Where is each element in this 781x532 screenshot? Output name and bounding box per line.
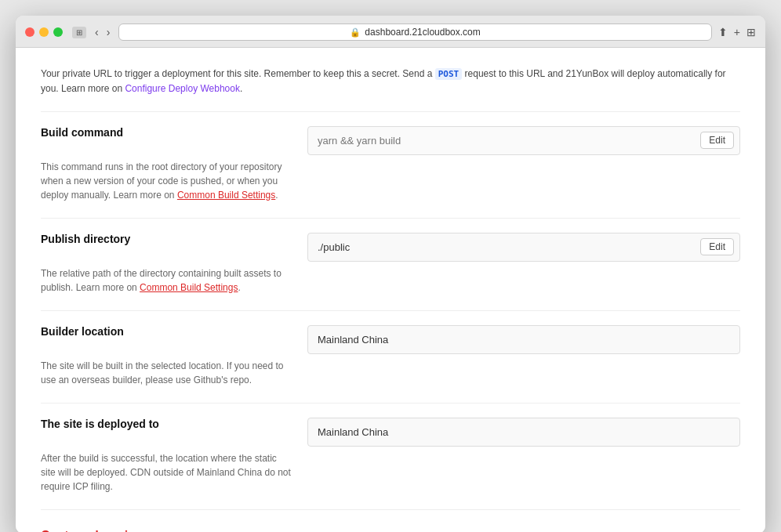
publish-directory-input[interactable] bbox=[307, 233, 740, 262]
builder-location-section: Builder location Mainland China The site… bbox=[41, 325, 740, 387]
traffic-lights bbox=[25, 27, 63, 37]
publish-directory-section: Publish directory Edit The relative path… bbox=[41, 233, 740, 295]
tabs-button[interactable]: ⊞ bbox=[746, 26, 756, 38]
build-command-input-area: Edit bbox=[307, 126, 740, 155]
address-bar[interactable]: 🔒 dashboard.21cloudbox.com bbox=[118, 24, 711, 41]
custom-domain-title: Custom domain bbox=[41, 529, 740, 533]
build-command-desc: This command runs in the root directory … bbox=[41, 160, 292, 202]
divider-5 bbox=[41, 509, 740, 510]
deployed-to-title: The site is deployed to bbox=[41, 418, 292, 430]
build-command-desc-row: This command runs in the root directory … bbox=[41, 160, 740, 202]
browser-actions: ⬆ + ⊞ bbox=[718, 26, 756, 38]
builder-location-desc: The site will be built in the selected l… bbox=[41, 359, 292, 387]
deployed-to-label-area: The site is deployed to bbox=[41, 418, 292, 433]
publish-common-settings-link[interactable]: Common Build Settings bbox=[140, 282, 238, 293]
page-content: Your private URL to trigger a deployment… bbox=[16, 48, 765, 532]
builder-location-input-area: Mainland China bbox=[307, 325, 740, 354]
browser-chrome: ⊞ ‹ › 🔒 dashboard.21cloudbox.com ⬆ + ⊞ bbox=[16, 16, 765, 48]
build-command-row: Build command Edit bbox=[41, 126, 740, 155]
configure-deploy-webhook-link[interactable]: Configure Deploy Webhook bbox=[125, 83, 240, 94]
publish-directory-label-area: Publish directory bbox=[41, 233, 292, 248]
back-button[interactable]: ‹ bbox=[93, 26, 101, 38]
top-notice: Your private URL to trigger a deployment… bbox=[41, 67, 740, 96]
deployed-to-desc-area: After the build is successful, the locat… bbox=[41, 451, 292, 494]
publish-directory-desc-area: The relative path of the directory conta… bbox=[41, 266, 292, 295]
new-tab-button[interactable]: + bbox=[734, 26, 740, 38]
publish-directory-desc: The relative path of the directory conta… bbox=[41, 266, 292, 295]
builder-location-row: Builder location Mainland China bbox=[41, 325, 740, 354]
publish-directory-row: Publish directory Edit bbox=[41, 233, 740, 262]
build-command-edit-button[interactable]: Edit bbox=[700, 132, 734, 149]
divider-3 bbox=[41, 310, 740, 311]
deployed-to-input-area: Mainland China bbox=[307, 418, 740, 447]
builder-location-desc-row: The site will be built in the selected l… bbox=[41, 359, 740, 387]
build-command-label-area: Build command bbox=[41, 126, 292, 142]
top-notice-text-before: Your private URL to trigger a deployment… bbox=[41, 68, 435, 79]
build-command-desc-area: This command runs in the root directory … bbox=[41, 160, 292, 202]
builder-location-value: Mainland China bbox=[307, 325, 740, 354]
publish-directory-input-area: Edit bbox=[307, 233, 740, 262]
divider-4 bbox=[41, 403, 740, 404]
publish-directory-desc-row: The relative path of the directory conta… bbox=[41, 266, 740, 295]
minimize-button[interactable] bbox=[39, 27, 49, 37]
deployed-to-section: The site is deployed to Mainland China A… bbox=[41, 418, 740, 494]
deployed-to-desc-row: After the build is successful, the locat… bbox=[41, 451, 740, 494]
url-text: dashboard.21cloudbox.com bbox=[365, 27, 480, 38]
nav-arrows: ‹ › bbox=[93, 26, 112, 38]
custom-domain-section: Custom domain According to the requireme… bbox=[41, 529, 740, 533]
build-command-section: Build command Edit This command runs in … bbox=[41, 126, 740, 202]
maximize-button[interactable] bbox=[53, 27, 63, 37]
build-command-input[interactable] bbox=[307, 126, 740, 155]
divider-1 bbox=[41, 111, 740, 112]
forward-button[interactable]: › bbox=[104, 26, 113, 38]
deployed-to-value: Mainland China bbox=[307, 418, 740, 447]
builder-location-desc-area: The site will be built in the selected l… bbox=[41, 359, 292, 387]
close-button[interactable] bbox=[25, 27, 35, 37]
builder-location-title: Builder location bbox=[41, 325, 292, 338]
publish-directory-edit-button[interactable]: Edit bbox=[700, 238, 734, 255]
browser-window: ⊞ ‹ › 🔒 dashboard.21cloudbox.com ⬆ + ⊞ Y… bbox=[16, 16, 765, 532]
divider-2 bbox=[41, 218, 740, 219]
lock-icon: 🔒 bbox=[350, 27, 361, 38]
build-common-settings-link[interactable]: Common Build Settings bbox=[177, 190, 275, 201]
deployed-to-desc: After the build is successful, the locat… bbox=[41, 451, 292, 494]
post-badge: POST bbox=[435, 68, 463, 80]
deployed-to-row: The site is deployed to Mainland China bbox=[41, 418, 740, 447]
build-command-title: Build command bbox=[41, 126, 292, 139]
publish-directory-title: Publish directory bbox=[41, 233, 292, 245]
builder-location-label-area: Builder location bbox=[41, 325, 292, 341]
share-button[interactable]: ⬆ bbox=[718, 26, 728, 38]
sidebar-toggle-button[interactable]: ⊞ bbox=[72, 27, 86, 38]
